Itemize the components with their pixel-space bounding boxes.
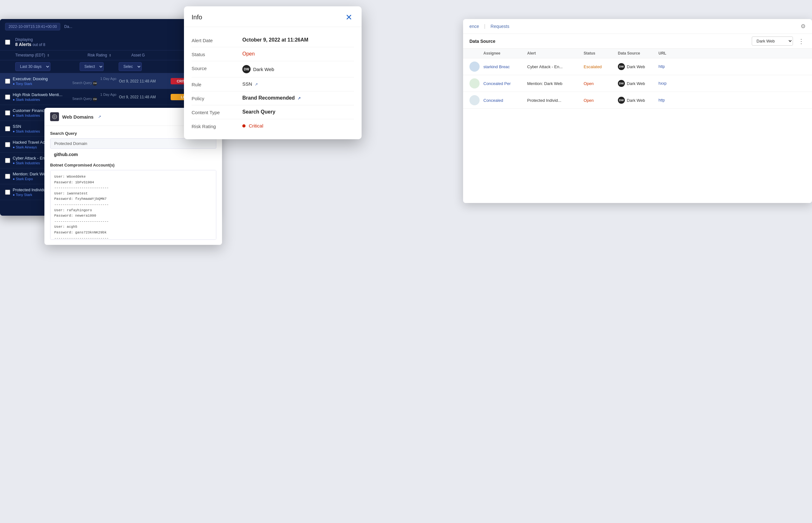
source-badge: DW Dark Web	[242, 65, 274, 73]
alert-row-2[interactable]: High Risk Darkweb Menti... ● Stark Indus…	[0, 89, 216, 105]
content-type-value: Search Query	[242, 109, 354, 115]
alert-checkbox-8[interactable]	[5, 190, 10, 195]
alert-subtitle-2: ● Stark Industries	[13, 98, 70, 102]
rt-url-3[interactable]: http	[658, 98, 806, 103]
rt-name-1: starkind Breac	[483, 65, 525, 69]
asset-filter-select[interactable]: Selec	[119, 62, 142, 71]
alerts-count: 8 Alerts out of 8	[15, 42, 46, 47]
col-alert-header: Alert	[527, 51, 581, 55]
select-all-checkbox[interactable]	[5, 40, 10, 45]
nav-link-ence[interactable]: ence	[469, 24, 479, 29]
domain-value: github.com	[50, 150, 216, 159]
alert-checkbox-5[interactable]	[5, 142, 10, 147]
column-headers: Timestamp (EDT) ⇕ Risk Rating ⇕ Asset G	[0, 50, 216, 60]
col-assignee-header: Assignee	[483, 51, 525, 55]
col-avatar-header	[469, 51, 481, 55]
risk-dot-icon	[242, 124, 246, 127]
protected-domain-label: Protected Domain	[50, 138, 216, 149]
dw-badge-3: DW	[618, 97, 625, 104]
displaying-label: Displaying	[15, 37, 33, 42]
source-label: Source	[192, 65, 236, 71]
info-row-content-type: Content Type Search Query	[192, 105, 354, 119]
botnet-label: Botnet Compromised Account(s)	[50, 163, 216, 167]
rt-status-3: Open	[584, 98, 615, 103]
dw-badge-2: DW	[618, 80, 625, 87]
info-body: Alert Date October 9, 2022 at 11:26AM St…	[184, 27, 362, 139]
right-panel: ence | Requests ⚙ Data Source Dark Web ⋮…	[463, 19, 812, 203]
alert-checkbox-2[interactable]	[5, 94, 10, 100]
rule-ext-link-icon[interactable]: ↗	[255, 82, 258, 87]
col-ds-header: Data Source	[618, 51, 656, 55]
right-panel-header: ence | Requests ⚙	[463, 19, 812, 34]
alert-subtitle-1: ● Tony Stark	[13, 82, 70, 86]
rt-ds-2: DW Dark Web	[618, 80, 656, 87]
status-value: Open	[242, 51, 354, 57]
wd-title: Web Domains	[62, 114, 94, 120]
risk-filter-select[interactable]: Select	[79, 62, 104, 71]
policy-value: Brand Recommended ↗	[242, 95, 354, 101]
da-link[interactable]: Da...	[64, 24, 72, 29]
nav-sep: |	[484, 23, 485, 29]
sort-risk-icon[interactable]: ⇕	[109, 54, 111, 57]
info-row-policy: Policy Brand Recommended ↗	[192, 91, 354, 105]
kebab-menu-button[interactable]: ⋮	[797, 37, 806, 45]
gear-icon[interactable]: ⚙	[800, 23, 806, 30]
content-type-label: Content Type	[192, 109, 236, 115]
external-link-icon[interactable]: ↗	[98, 114, 101, 119]
alert-source-1: Search Query DW	[72, 81, 116, 86]
info-row-source: Source DW Dark Web	[192, 61, 354, 77]
rt-avatar-3	[469, 95, 480, 105]
time-filter-select[interactable]: Last 30 days	[15, 62, 51, 71]
info-row-rule: Rule SSN ↗	[192, 77, 354, 91]
alert-title-2: High Risk Darkweb Menti...	[13, 92, 67, 97]
data-source-select[interactable]: Dark Web	[752, 36, 793, 46]
status-label: Status	[192, 51, 236, 57]
info-row-risk-rating: Risk Rating Critical	[192, 119, 354, 133]
alert-time-2: 1 Day Ago	[72, 93, 116, 96]
info-modal-title: Info	[192, 14, 202, 21]
alert-checkbox-7[interactable]	[5, 174, 10, 179]
rt-alert-2: Mention: Dark Web	[527, 81, 581, 86]
nav-link-requests[interactable]: Requests	[491, 24, 509, 29]
alert-date-value: October 9, 2022 at 11:26AM	[242, 37, 354, 43]
rt-url-1[interactable]: http	[658, 65, 806, 69]
rt-status-1: Escalated	[584, 65, 615, 69]
source-value: DW Dark Web	[242, 65, 354, 73]
right-row-1[interactable]: starkind Breac Cyber Attack - En... Esca…	[463, 58, 812, 75]
alert-date-label: Alert Date	[192, 37, 236, 43]
right-panel-toolbar: Data Source Dark Web ⋮	[463, 34, 812, 49]
data-source-label: Data Source	[469, 39, 495, 44]
col-timestamp: Timestamp (EDT) ⇕	[15, 53, 85, 57]
rt-alert-3: Protected Individ...	[527, 98, 581, 103]
credentials-block: User: WGoeddeke Password: 1bFvS1904 ----…	[50, 170, 216, 240]
rt-url-2[interactable]: hxxp	[658, 81, 806, 86]
right-row-3[interactable]: Concealed Protected Individ... Open DW D…	[463, 92, 812, 109]
alert-checkbox-4[interactable]	[5, 126, 10, 131]
info-modal-header: Info	[184, 6, 362, 27]
alert-row-1[interactable]: Executive: Doxxing ● Tony Stark 1 Day Ag…	[0, 73, 216, 89]
risk-rating-value: Critical	[242, 123, 354, 128]
info-close-button[interactable]	[344, 12, 354, 22]
displaying-info: Displaying 8 Alerts out of 8	[15, 37, 46, 47]
filter-row: Last 30 days Select Selec	[0, 60, 216, 73]
alerts-topbar: 2022-10-09T15:19:41+00:00 Da...	[0, 19, 216, 34]
info-modal: Info Alert Date October 9, 2022 at 11:26…	[184, 6, 362, 139]
rule-value: SSN ↗	[242, 81, 354, 87]
rt-name-2: Concealed Per	[483, 81, 525, 86]
alert-checkbox-3[interactable]	[5, 110, 10, 115]
sort-timestamp-icon[interactable]: ⇕	[47, 54, 50, 57]
rt-avatar-1	[469, 61, 480, 72]
alert-checkbox-6[interactable]	[5, 158, 10, 163]
rt-alert-1: Cyber Attack - En...	[527, 65, 581, 69]
rule-label: Rule	[192, 81, 236, 87]
alert-checkbox-1[interactable]	[5, 79, 10, 84]
source-dw-icon: DW	[242, 65, 251, 73]
policy-label: Policy	[192, 95, 236, 101]
right-row-2[interactable]: Concealed Per Mention: Dark Web Open DW …	[463, 75, 812, 92]
alert-main-1: Executive: Doxxing ● Tony Stark	[13, 76, 70, 86]
alert-source-2: Search Query DW	[72, 97, 116, 102]
alert-ts-2: Oct 9, 2022 11:48 AM	[119, 95, 168, 99]
policy-ext-link-icon[interactable]: ↗	[297, 96, 301, 101]
col-risk: Risk Rating ⇕	[88, 53, 129, 57]
alert-time-1: 1 Day Ago	[72, 77, 116, 80]
